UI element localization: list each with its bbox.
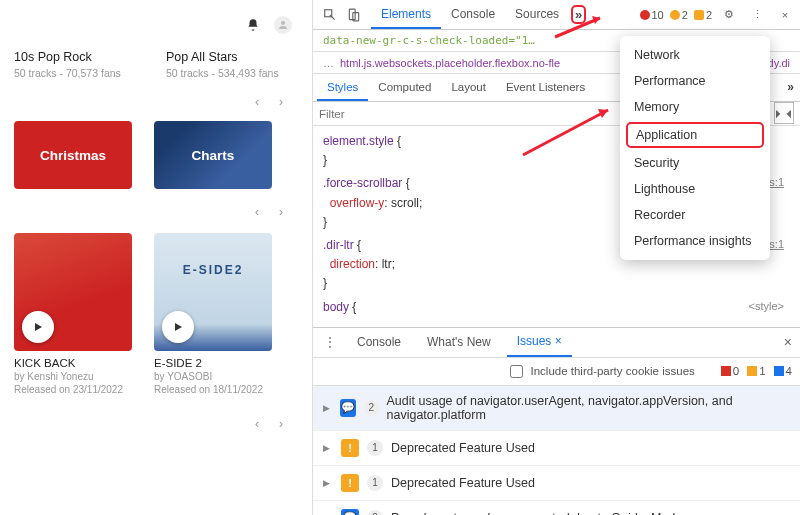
menu-item-lighthouse[interactable]: Lighthouse <box>620 176 770 202</box>
albums-row: KICK BACK by Kenshi Yonezu Released on 2… <box>0 233 312 395</box>
cookie-label: Include third-party cookie issues <box>531 365 695 377</box>
hov-toggle[interactable]: ⏵⏴ <box>774 102 794 124</box>
album-cover: E-SIDE2 <box>154 233 272 351</box>
expand-icon[interactable]: ▶ <box>323 403 332 413</box>
devtools-header: Elements Console Sources » 10 2 2 ⚙ ⋮ × <box>313 0 800 30</box>
count-info[interactable]: 4 <box>774 365 792 377</box>
menu-item-recorder[interactable]: Recorder <box>620 202 770 228</box>
issues-list: ▶💬2Audit usage of navigator.userAgent, n… <box>313 386 800 515</box>
subtab-event-listeners[interactable]: Event Listeners <box>496 74 595 101</box>
drawer-tab-console[interactable]: Console <box>347 335 411 349</box>
error-icon <box>640 10 650 20</box>
info-icon <box>774 366 784 376</box>
menu-item-perf-insights[interactable]: Performance insights <box>620 228 770 254</box>
bell-icon[interactable] <box>244 16 262 34</box>
subtab-computed[interactable]: Computed <box>368 74 441 101</box>
drawer-close-icon[interactable]: × <box>784 334 792 350</box>
menu-item-performance[interactable]: Performance <box>620 68 770 94</box>
topbar <box>0 10 312 40</box>
category-item[interactable]: 10s Pop Rock 50 tracks - 70,573 fans <box>14 50 144 79</box>
issue-row[interactable]: ▶!1Deprecated Feature Used <box>313 466 800 501</box>
play-button[interactable] <box>162 311 194 343</box>
category-title: Pop All Stars <box>166 50 296 64</box>
warning-icon: ! <box>341 439 359 457</box>
category-title: 10s Pop Rock <box>14 50 144 64</box>
category-row: 10s Pop Rock 50 tracks - 70,573 fans Pop… <box>0 50 312 79</box>
devtools-tabs: Elements Console Sources <box>371 0 569 29</box>
expand-icon[interactable]: ▶ <box>323 443 333 453</box>
kebab-icon[interactable]: ⋮ <box>319 331 341 353</box>
close-icon[interactable]: × <box>774 4 796 26</box>
album-date: Released on 18/11/2022 <box>154 384 272 395</box>
category-item[interactable]: Pop All Stars 50 tracks - 534,493 fans <box>166 50 296 79</box>
subtab-layout[interactable]: Layout <box>441 74 496 101</box>
album-card[interactable]: KICK BACK by Kenshi Yonezu Released on 2… <box>14 233 132 395</box>
tile-label: Charts <box>192 148 235 163</box>
menu-item-memory[interactable]: Memory <box>620 94 770 120</box>
album-card[interactable]: E-SIDE2 E-SIDE 2 by YOASOBI Released on … <box>154 233 272 395</box>
info-icon: 💬 <box>341 509 359 515</box>
header-badges: 10 2 2 ⚙ ⋮ × <box>640 4 797 26</box>
category-subtitle: 50 tracks - 70,573 fans <box>14 67 144 79</box>
chevron-right-icon[interactable]: › <box>272 415 290 433</box>
issue-text: Page layout may be unexpected due to Qui… <box>391 511 682 515</box>
chevron-left-icon[interactable]: ‹ <box>248 415 266 433</box>
issue-count: 2 <box>367 510 383 515</box>
warning-icon: ! <box>341 474 359 492</box>
issue-count: 1 <box>367 440 383 456</box>
issue-row[interactable]: ▶💬2Page layout may be unexpected due to … <box>313 501 800 515</box>
breadcrumb-path: html.js.websockets.placeholder.flexbox.n… <box>340 57 560 69</box>
issues-toolbar: Include third-party cookie issues 0 1 4 <box>313 358 800 386</box>
devtools-panel: Elements Console Sources » 10 2 2 ⚙ ⋮ × … <box>312 0 800 515</box>
count-warnings[interactable]: 1 <box>747 365 765 377</box>
tile-charts[interactable]: Charts <box>154 121 272 189</box>
close-icon[interactable]: × <box>555 334 562 348</box>
play-button[interactable] <box>22 311 54 343</box>
avatar[interactable] <box>274 16 292 34</box>
album-title: KICK BACK <box>14 357 132 369</box>
inspect-icon[interactable] <box>319 4 341 26</box>
album-art-text: E-SIDE2 <box>154 263 272 277</box>
chevron-right-icon[interactable]: › <box>272 93 290 111</box>
warning-icon <box>747 366 757 376</box>
nav-row: ‹ › <box>0 203 312 221</box>
tab-console[interactable]: Console <box>441 0 505 29</box>
drawer-tab-whatsnew[interactable]: What's New <box>417 335 501 349</box>
subtab-styles[interactable]: Styles <box>317 74 368 101</box>
issue-row[interactable]: ▶💬2Audit usage of navigator.userAgent, n… <box>313 386 800 431</box>
menu-item-network[interactable]: Network <box>620 42 770 68</box>
issue-text: Deprecated Feature Used <box>391 441 535 455</box>
tile-label: Christmas <box>40 148 106 163</box>
tab-sources[interactable]: Sources <box>505 0 569 29</box>
drawer-tab-issues[interactable]: Issues × <box>507 327 572 357</box>
tab-elements[interactable]: Elements <box>371 0 441 29</box>
tiles-row: Christmas Charts <box>0 121 312 189</box>
drawer: ⋮ Console What's New Issues × × Include … <box>313 327 800 515</box>
tile-christmas[interactable]: Christmas <box>14 121 132 189</box>
count-errors[interactable]: 0 <box>721 365 739 377</box>
kebab-icon[interactable]: ⋮ <box>746 4 768 26</box>
chevron-right-icon[interactable]: › <box>272 203 290 221</box>
nav-row: ‹ › <box>0 415 312 433</box>
album-artist: by Kenshi Yonezu <box>14 371 132 382</box>
category-subtitle: 50 tracks - 534,493 fans <box>166 67 296 79</box>
error-icon <box>721 366 731 376</box>
warning-badge[interactable]: 2 <box>670 9 688 21</box>
issue-row[interactable]: ▶!1Deprecated Feature Used <box>313 431 800 466</box>
chevron-left-icon[interactable]: ‹ <box>248 203 266 221</box>
issue-count: 1 <box>367 475 383 491</box>
menu-item-application[interactable]: Application <box>626 122 764 148</box>
subtab-overflow-icon[interactable]: » <box>787 74 794 101</box>
expand-icon[interactable]: ▶ <box>323 478 333 488</box>
issue-text: Deprecated Feature Used <box>391 476 535 490</box>
error-badge[interactable]: 10 <box>640 9 664 21</box>
cookie-checkbox[interactable] <box>510 365 523 378</box>
more-tabs-button[interactable]: » <box>575 7 582 22</box>
info-icon: 💬 <box>340 399 356 417</box>
device-icon[interactable] <box>343 4 365 26</box>
issues-badge[interactable]: 2 <box>694 9 712 21</box>
gear-icon[interactable]: ⚙ <box>718 4 740 26</box>
chevron-left-icon[interactable]: ‹ <box>248 93 266 111</box>
drawer-tabs: ⋮ Console What's New Issues × × <box>313 328 800 358</box>
menu-item-security[interactable]: Security <box>620 150 770 176</box>
